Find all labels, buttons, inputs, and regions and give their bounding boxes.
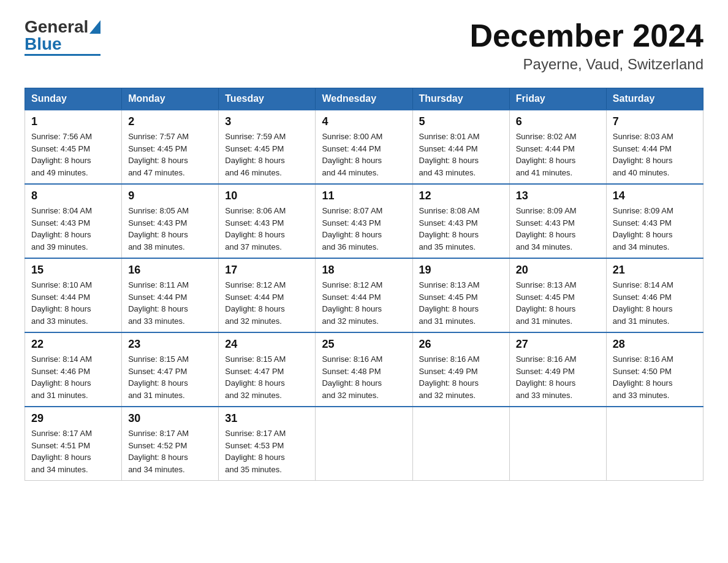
calendar-cell: 12 Sunrise: 8:08 AM Sunset: 4:43 PM Dayl… <box>412 184 509 258</box>
calendar-title: December 2024 <box>469 18 703 53</box>
week-row-4: 22 Sunrise: 8:14 AM Sunset: 4:46 PM Dayl… <box>25 332 703 407</box>
day-info: Sunrise: 8:08 AM Sunset: 4:43 PM Dayligh… <box>419 205 503 253</box>
calendar-cell: 15 Sunrise: 8:10 AM Sunset: 4:44 PM Dayl… <box>25 258 122 332</box>
calendar-cell: 9 Sunrise: 8:05 AM Sunset: 4:43 PM Dayli… <box>122 184 219 258</box>
calendar-cell: 24 Sunrise: 8:15 AM Sunset: 4:47 PM Dayl… <box>219 332 316 407</box>
day-info: Sunrise: 8:07 AM Sunset: 4:43 PM Dayligh… <box>322 205 406 253</box>
day-info: Sunrise: 8:13 AM Sunset: 4:45 PM Dayligh… <box>516 279 600 327</box>
calendar-cell: 23 Sunrise: 8:15 AM Sunset: 4:47 PM Dayl… <box>122 332 219 407</box>
day-number: 23 <box>128 338 212 351</box>
day-number: 22 <box>31 338 115 351</box>
calendar-table: Sunday Monday Tuesday Wednesday Thursday… <box>25 88 703 481</box>
day-number: 5 <box>419 115 503 128</box>
day-number: 21 <box>613 264 697 277</box>
day-number: 10 <box>225 190 309 202</box>
day-info: Sunrise: 8:01 AM Sunset: 4:44 PM Dayligh… <box>419 131 503 178</box>
logo-underline <box>25 54 100 56</box>
day-info: Sunrise: 8:09 AM Sunset: 4:43 PM Dayligh… <box>613 205 697 253</box>
header-saturday: Saturday <box>606 88 703 110</box>
calendar-cell: 29 Sunrise: 8:17 AM Sunset: 4:51 PM Dayl… <box>25 407 122 481</box>
day-number: 14 <box>613 190 697 202</box>
day-number: 17 <box>225 264 309 277</box>
calendar-cell: 28 Sunrise: 8:16 AM Sunset: 4:50 PM Dayl… <box>606 332 703 407</box>
calendar-cell: 11 Sunrise: 8:07 AM Sunset: 4:43 PM Dayl… <box>316 184 412 258</box>
day-info: Sunrise: 8:15 AM Sunset: 4:47 PM Dayligh… <box>128 353 212 401</box>
calendar-cell: 22 Sunrise: 8:14 AM Sunset: 4:46 PM Dayl… <box>25 332 122 407</box>
calendar-cell: 30 Sunrise: 8:17 AM Sunset: 4:52 PM Dayl… <box>122 407 219 481</box>
calendar-cell: 20 Sunrise: 8:13 AM Sunset: 4:45 PM Dayl… <box>509 258 606 332</box>
calendar-cell: 13 Sunrise: 8:09 AM Sunset: 4:43 PM Dayl… <box>509 184 606 258</box>
header-friday: Friday <box>509 88 606 110</box>
day-number: 3 <box>225 115 309 128</box>
calendar-cell: 3 Sunrise: 7:59 AM Sunset: 4:45 PM Dayli… <box>219 110 316 184</box>
calendar-cell: 4 Sunrise: 8:00 AM Sunset: 4:44 PM Dayli… <box>316 110 412 184</box>
logo-blue-text: Blue <box>25 36 62 53</box>
day-info: Sunrise: 8:17 AM Sunset: 4:53 PM Dayligh… <box>225 427 309 475</box>
day-info: Sunrise: 8:15 AM Sunset: 4:47 PM Dayligh… <box>225 353 309 401</box>
calendar-cell <box>509 407 606 481</box>
day-info: Sunrise: 8:17 AM Sunset: 4:51 PM Dayligh… <box>31 427 115 475</box>
week-row-1: 1 Sunrise: 7:56 AM Sunset: 4:45 PM Dayli… <box>25 110 703 184</box>
day-info: Sunrise: 8:10 AM Sunset: 4:44 PM Dayligh… <box>31 279 115 327</box>
day-info: Sunrise: 8:00 AM Sunset: 4:44 PM Dayligh… <box>322 131 406 178</box>
week-row-2: 8 Sunrise: 8:04 AM Sunset: 4:43 PM Dayli… <box>25 184 703 258</box>
day-info: Sunrise: 8:02 AM Sunset: 4:44 PM Dayligh… <box>516 131 600 178</box>
calendar-cell: 25 Sunrise: 8:16 AM Sunset: 4:48 PM Dayl… <box>316 332 412 407</box>
day-number: 31 <box>225 412 309 425</box>
day-number: 11 <box>322 190 406 202</box>
day-number: 15 <box>31 264 115 277</box>
day-number: 18 <box>322 264 406 277</box>
day-number: 2 <box>128 115 212 128</box>
calendar-cell: 6 Sunrise: 8:02 AM Sunset: 4:44 PM Dayli… <box>509 110 606 184</box>
day-info: Sunrise: 8:16 AM Sunset: 4:49 PM Dayligh… <box>419 353 503 401</box>
day-number: 24 <box>225 338 309 351</box>
day-number: 19 <box>419 264 503 277</box>
svg-marker-0 <box>89 20 100 34</box>
day-number: 30 <box>128 412 212 425</box>
day-info: Sunrise: 8:04 AM Sunset: 4:43 PM Dayligh… <box>31 205 115 253</box>
day-info: Sunrise: 7:56 AM Sunset: 4:45 PM Dayligh… <box>31 131 115 178</box>
calendar-location: Payerne, Vaud, Switzerland <box>469 56 703 73</box>
day-info: Sunrise: 8:09 AM Sunset: 4:43 PM Dayligh… <box>516 205 600 253</box>
calendar-cell <box>412 407 509 481</box>
calendar-cell: 18 Sunrise: 8:12 AM Sunset: 4:44 PM Dayl… <box>316 258 412 332</box>
calendar-cell: 1 Sunrise: 7:56 AM Sunset: 4:45 PM Dayli… <box>25 110 122 184</box>
day-info: Sunrise: 8:16 AM Sunset: 4:49 PM Dayligh… <box>516 353 600 401</box>
day-info: Sunrise: 8:12 AM Sunset: 4:44 PM Dayligh… <box>225 279 309 327</box>
day-info: Sunrise: 7:57 AM Sunset: 4:45 PM Dayligh… <box>128 131 212 178</box>
calendar-cell <box>606 407 703 481</box>
week-row-3: 15 Sunrise: 8:10 AM Sunset: 4:44 PM Dayl… <box>25 258 703 332</box>
calendar-cell: 14 Sunrise: 8:09 AM Sunset: 4:43 PM Dayl… <box>606 184 703 258</box>
title-block: December 2024 Payerne, Vaud, Switzerland <box>469 18 703 73</box>
day-info: Sunrise: 8:11 AM Sunset: 4:44 PM Dayligh… <box>128 279 212 327</box>
calendar-cell: 10 Sunrise: 8:06 AM Sunset: 4:43 PM Dayl… <box>219 184 316 258</box>
day-info: Sunrise: 8:17 AM Sunset: 4:52 PM Dayligh… <box>128 427 212 475</box>
day-info: Sunrise: 7:59 AM Sunset: 4:45 PM Dayligh… <box>225 131 309 178</box>
day-number: 25 <box>322 338 406 351</box>
calendar-cell: 5 Sunrise: 8:01 AM Sunset: 4:44 PM Dayli… <box>412 110 509 184</box>
day-number: 20 <box>516 264 600 277</box>
day-number: 1 <box>31 115 115 128</box>
day-info: Sunrise: 8:12 AM Sunset: 4:44 PM Dayligh… <box>322 279 406 327</box>
page-header: General Blue December 2024 Payerne, Vaud… <box>25 18 703 73</box>
header-wednesday: Wednesday <box>316 88 412 110</box>
header-sunday: Sunday <box>25 88 122 110</box>
day-info: Sunrise: 8:14 AM Sunset: 4:46 PM Dayligh… <box>31 353 115 401</box>
day-info: Sunrise: 8:14 AM Sunset: 4:46 PM Dayligh… <box>613 279 697 327</box>
day-number: 7 <box>613 115 697 128</box>
header-tuesday: Tuesday <box>219 88 316 110</box>
calendar-cell: 16 Sunrise: 8:11 AM Sunset: 4:44 PM Dayl… <box>122 258 219 332</box>
day-number: 9 <box>128 190 212 202</box>
day-number: 27 <box>516 338 600 351</box>
calendar-cell: 8 Sunrise: 8:04 AM Sunset: 4:43 PM Dayli… <box>25 184 122 258</box>
calendar-cell: 27 Sunrise: 8:16 AM Sunset: 4:49 PM Dayl… <box>509 332 606 407</box>
logo-general-text: General <box>25 18 88 36</box>
day-number: 13 <box>516 190 600 202</box>
calendar-cell: 26 Sunrise: 8:16 AM Sunset: 4:49 PM Dayl… <box>412 332 509 407</box>
calendar-cell: 31 Sunrise: 8:17 AM Sunset: 4:53 PM Dayl… <box>219 407 316 481</box>
day-number: 26 <box>419 338 503 351</box>
header-thursday: Thursday <box>412 88 509 110</box>
header-monday: Monday <box>122 88 219 110</box>
day-number: 29 <box>31 412 115 425</box>
calendar-cell <box>316 407 412 481</box>
